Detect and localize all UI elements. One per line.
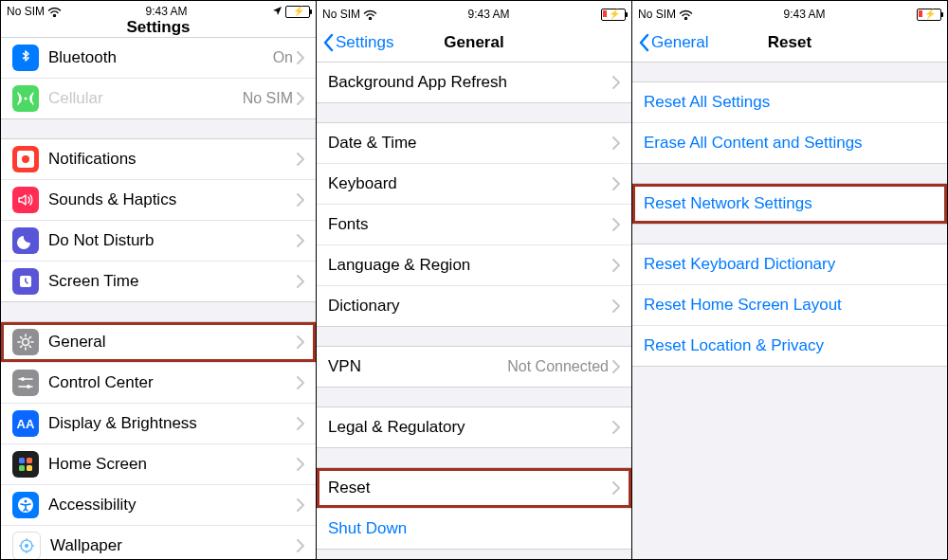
row-label: Do Not Disturb xyxy=(48,231,297,250)
row-general[interactable]: General xyxy=(1,322,316,363)
svg-rect-5 xyxy=(19,458,25,463)
row-bg-refresh[interactable]: Background App Refresh xyxy=(317,63,631,102)
row-detail: No SIM xyxy=(243,90,293,107)
row-dnd[interactable]: Do Not Disturb xyxy=(1,221,316,262)
general-icon xyxy=(12,329,39,355)
row-detail: Not Connected xyxy=(507,358,609,375)
row-gen-0[interactable]: Date & Time xyxy=(317,123,631,164)
row-ro-0[interactable]: Reset Keyboard Dictionary xyxy=(632,244,947,285)
chevron-right-icon xyxy=(297,458,304,471)
row-accessibility[interactable]: Accessibility xyxy=(1,485,316,526)
chevron-right-icon xyxy=(297,51,304,64)
back-label: Settings xyxy=(336,33,393,52)
page-title: General xyxy=(444,33,503,52)
row-reset-0[interactable]: Reset xyxy=(317,468,631,509)
row-legal[interactable]: Legal & Regulatory xyxy=(317,407,631,447)
row-label: Screen Time xyxy=(48,272,297,291)
settings-panel: No SIM9:43 AM⚡SettingsBluetoothOnCellula… xyxy=(1,1,317,559)
row-rnet[interactable]: Reset Network Settings xyxy=(632,184,947,224)
page-title: Reset xyxy=(768,33,811,52)
row-vpn[interactable]: VPNNot Connected xyxy=(317,347,631,387)
chevron-right-icon xyxy=(297,335,304,349)
chevron-right-icon xyxy=(297,275,304,288)
group-legal: Legal & Regulatory xyxy=(317,406,631,448)
status-bar: No SIM9:43 AM⚡ xyxy=(317,1,631,24)
row-wallpaper[interactable]: Wallpaper xyxy=(1,526,316,559)
chevron-right-icon xyxy=(612,481,620,495)
row-label: Sounds & Haptics xyxy=(48,190,297,209)
row-notifications[interactable]: Notifications xyxy=(1,139,316,180)
row-cellular[interactable]: CellularNo SIM xyxy=(1,79,316,118)
row-label: Background App Refresh xyxy=(328,73,612,92)
bluetooth-icon xyxy=(12,45,39,71)
row-bluetooth[interactable]: BluetoothOn xyxy=(1,38,316,79)
back-button-reset[interactable]: General xyxy=(638,33,708,52)
row-label: Home Screen xyxy=(48,455,297,474)
wallpaper-icon xyxy=(12,532,41,559)
row-controlcenter[interactable]: Control Center xyxy=(1,363,316,404)
row-label: VPN xyxy=(328,357,507,376)
group-locale: Date & TimeKeyboardFontsLanguage & Regio… xyxy=(317,122,631,327)
row-label: Wallpaper xyxy=(50,536,297,555)
row-gen-3[interactable]: Language & Region xyxy=(317,245,631,286)
page-title: Settings xyxy=(126,18,190,37)
row-label: Control Center xyxy=(48,373,297,392)
row-label: Bluetooth xyxy=(48,48,273,67)
row-label: Accessibility xyxy=(48,496,297,515)
carrier-label: No SIM xyxy=(638,8,676,21)
svg-point-12 xyxy=(25,544,28,548)
row-label: Language & Region xyxy=(328,256,612,275)
wifi-icon xyxy=(47,7,61,16)
row-label: Erase All Content and Settings xyxy=(644,134,936,153)
svg-point-4 xyxy=(27,385,30,388)
row-label: Keyboard xyxy=(328,174,612,193)
row-ro-1[interactable]: Reset Home Screen Layout xyxy=(632,285,947,326)
back-label: General xyxy=(651,33,708,52)
group-bgrefresh: Background App Refresh xyxy=(317,63,631,103)
row-gen-1[interactable]: Keyboard xyxy=(317,164,631,205)
row-homescreen[interactable]: Home Screen xyxy=(1,444,316,485)
notifications-icon xyxy=(12,146,39,172)
svg-rect-6 xyxy=(27,458,32,463)
svg-point-2 xyxy=(23,339,29,346)
chevron-right-icon xyxy=(297,376,304,389)
controlcenter-icon xyxy=(12,370,39,396)
chevron-right-icon xyxy=(297,234,304,247)
sounds-icon xyxy=(12,187,39,213)
group-general: GeneralControl CenterAADisplay & Brightn… xyxy=(1,321,316,559)
row-label: Reset Home Screen Layout xyxy=(644,296,936,315)
chevron-right-icon xyxy=(612,136,620,150)
row-label: Display & Brightness xyxy=(48,414,297,433)
row-gen-4[interactable]: Dictionary xyxy=(317,286,631,326)
back-button-general[interactable]: Settings xyxy=(322,33,393,52)
group-reset-all: Reset All SettingsErase All Content and … xyxy=(632,81,947,164)
group-alerts: NotificationsSounds & HapticsDo Not Dist… xyxy=(1,138,316,302)
row-ra-0[interactable]: Reset All Settings xyxy=(632,82,947,123)
status-bar: No SIM9:43 AM⚡ xyxy=(1,1,316,18)
chevron-right-icon xyxy=(612,299,620,313)
group-reset-other: Reset Keyboard DictionaryReset Home Scre… xyxy=(632,244,947,367)
row-ro-2[interactable]: Reset Location & Privacy xyxy=(632,326,947,366)
row-gen-2[interactable]: Fonts xyxy=(317,205,631,245)
chevron-right-icon xyxy=(297,417,304,430)
chevron-right-icon xyxy=(612,177,620,190)
time-label: 9:43 AM xyxy=(145,5,187,18)
chevron-right-icon xyxy=(297,498,304,512)
row-screentime[interactable]: Screen Time xyxy=(1,262,316,301)
svg-rect-7 xyxy=(19,465,25,471)
chevron-right-icon xyxy=(612,421,620,434)
row-ra-1[interactable]: Erase All Content and Settings xyxy=(632,123,947,163)
row-sounds[interactable]: Sounds & Haptics xyxy=(1,180,316,221)
row-label: Dictionary xyxy=(328,297,612,316)
row-label: Notifications xyxy=(48,150,297,169)
wifi-icon xyxy=(679,9,692,19)
chevron-right-icon xyxy=(612,259,620,272)
dnd-icon xyxy=(12,227,39,254)
time-label: 9:43 AM xyxy=(467,8,509,21)
row-reset-1[interactable]: Shut Down xyxy=(317,509,631,549)
chevron-right-icon xyxy=(297,92,304,105)
row-display[interactable]: AADisplay & Brightness xyxy=(1,404,316,444)
group-reset: ResetShut Down xyxy=(317,467,631,550)
homescreen-icon xyxy=(12,451,39,478)
carrier-label: No SIM xyxy=(7,5,45,18)
